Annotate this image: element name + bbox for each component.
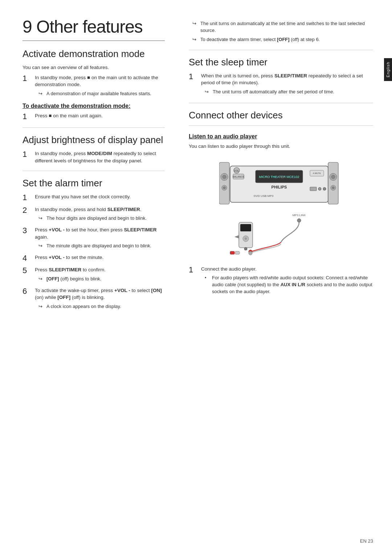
step-item: 1 Ensure that you have set the clock cor… [23, 193, 165, 202]
arrow-bullet: ↪ A demonstration of major available fea… [38, 90, 165, 97]
arrow-bullet: ↪ [OFF] (off) begins to blink. [38, 276, 165, 283]
arrow-icon: ↪ [38, 90, 45, 97]
dot-bullet: • For audio players with red/white audio… [205, 275, 373, 295]
chapter-heading: 9 Other features [23, 17, 165, 37]
svg-point-18 [223, 187, 225, 189]
connect-devices-heading: Connect other devices [189, 110, 373, 121]
arrow-text: The unit turns on automatically at the s… [200, 20, 373, 34]
section-adjust-brightness: Adjust brightness of display panel 1 In … [23, 134, 165, 164]
section-divider [189, 103, 373, 103]
arrow-text: The hour digits are displayed and begin … [46, 215, 165, 222]
step-number: 1 [23, 150, 33, 159]
chapter-number: 9 [23, 17, 32, 36]
step-content: Ensure that you have set the clock corre… [35, 193, 165, 200]
svg-rect-34 [230, 251, 234, 254]
arrow-icon: ↪ [38, 243, 45, 250]
svg-point-16 [222, 175, 226, 179]
step-item: 5 Press SLEEP/TIMER to confirm. ↪ [OFF] … [23, 266, 165, 283]
arrow-bullet: ↪ The hour digits are displayed and begi… [38, 215, 165, 222]
connect-divider [189, 125, 373, 126]
section-divider [23, 127, 165, 128]
svg-text:MICRO THEATER MCE102: MICRO THEATER MCE102 [259, 175, 299, 179]
arrow-icon: ↪ [38, 276, 45, 283]
svg-point-21 [331, 175, 335, 179]
arrow-bullet: ↪ The unit turns off automatically after… [205, 89, 373, 96]
sleep-timer-steps: 1 When the unit is turned on, press SLEE… [189, 72, 373, 96]
step-item: 2 In standby mode, press and hold SLEEP/… [23, 206, 165, 223]
svg-text:MP3 LINK: MP3 LINK [293, 214, 306, 217]
arrow-bullet: ↪ To deactivate the alarm timer, select … [192, 36, 373, 43]
svg-point-12 [318, 187, 321, 190]
svg-point-31 [245, 238, 247, 240]
svg-point-33 [244, 247, 247, 250]
svg-text:BALANCE: BALANCE [233, 175, 245, 178]
step-item: 3 Press +VOL - to set the hour, then pre… [23, 226, 165, 250]
sleep-timer-heading: Set the sleep timer [189, 57, 373, 68]
arrow-icon: ↪ [192, 36, 199, 43]
section3-steps: 1 Ensure that you have set the clock cor… [23, 193, 165, 311]
section-activate-demo: Activate demonstration mode You can see … [23, 48, 165, 121]
step-number: 5 [23, 266, 33, 275]
svg-text:PHILIPS: PHILIPS [271, 185, 287, 189]
arrow-text: A clock icon appears on the display. [46, 303, 165, 310]
step-number: 3 [23, 226, 33, 235]
step-item: 6 To activate the wake-up timer, press +… [23, 287, 165, 311]
step-number: 1 [189, 266, 199, 274]
section1-intro: You can see an overview of all features. [23, 64, 165, 71]
bullet-text: For audio players with red/white audio o… [212, 275, 373, 295]
left-column: 9 Other features Activate demonstration … [0, 17, 178, 538]
bullet-icon: • [205, 275, 211, 281]
section-divider [189, 50, 373, 50]
step-item: 1 When the unit is turned on, press SLEE… [189, 72, 373, 96]
step-content: Press ■ on the main unit again. [35, 112, 165, 119]
arrow-icon: ↪ [38, 303, 45, 310]
svg-text:A  MUTE: A MUTE [313, 172, 321, 174]
page: English 9 Other features Activate demons… [0, 0, 392, 555]
arrow-bullet: ↪ The unit turns on automatically at the… [192, 20, 373, 34]
section-sleep-timer: Set the sleep timer 1 When the unit is t… [189, 57, 373, 96]
svg-point-27 [249, 251, 252, 255]
step-content: When the unit is turned on, press SLEEP/… [201, 72, 373, 96]
section1-steps: 1 In standby mode, press ■ on the main u… [23, 74, 165, 98]
arrow-text: [OFF] (off) begins to blink. [46, 276, 165, 283]
section1-subsection-heading: To deactivate the demonstration mode: [23, 102, 165, 110]
arrow-icon: ↪ [192, 20, 199, 27]
arrow-text: A demonstration of major available featu… [46, 90, 165, 97]
step-content: In standby mode, press and hold SLEEP/TI… [35, 206, 165, 223]
section3-heading: Set the alarm timer [23, 178, 165, 189]
step-content: In standby mode, press ■ on the main uni… [35, 74, 165, 98]
arrow-bullet: ↪ The minute digits are displayed and be… [38, 243, 165, 250]
svg-rect-19 [328, 162, 338, 204]
step-content: Press +VOL - to set the minute. [35, 254, 165, 261]
svg-point-13 [323, 187, 326, 190]
svg-text:DVD  USB  MP3: DVD USB MP3 [254, 194, 274, 198]
alarm-continuation: ↪ The unit turns on automatically at the… [189, 20, 373, 43]
svg-point-25 [297, 219, 301, 222]
step-number: 1 [23, 112, 33, 121]
step-item: 1 Press ■ on the main unit again. [23, 112, 165, 121]
arrow-text: The unit turns off automatically after t… [213, 89, 373, 96]
device-illustration: MICRO THEATER MCE102 PHILIPS BALANCE VOL… [189, 155, 373, 260]
connect-intro: You can listen to audio player through t… [189, 143, 373, 150]
step-item: 1 In standby mode, press MODE/DIM repeat… [23, 150, 165, 164]
language-tab: English [384, 58, 392, 81]
svg-text:VOL: VOL [234, 170, 239, 172]
step-content: In standby mode, press MODE/DIM repeated… [35, 150, 165, 164]
step-content: Press +VOL - to set the hour, then press… [35, 226, 165, 250]
step-number: 6 [23, 287, 33, 296]
svg-rect-11 [310, 187, 317, 191]
svg-rect-14 [219, 162, 229, 204]
svg-marker-32 [234, 235, 239, 239]
step-content: Connect the audio player. • For audio pl… [201, 266, 373, 296]
arrow-bullet: ↪ A clock icon appears on the display. [38, 303, 165, 310]
section2-steps: 1 In standby mode, press MODE/DIM repeat… [23, 150, 165, 164]
arrow-icon: ↪ [38, 215, 45, 222]
step-number: 1 [23, 193, 33, 202]
section-connect-devices: Connect other devices Listen to an audio… [189, 110, 373, 296]
section-alarm-timer: Set the alarm timer 1 Ensure that you ha… [23, 178, 165, 311]
step-number: 1 [189, 72, 199, 81]
step-content: To activate the wake-up timer, press +VO… [35, 287, 165, 311]
section-divider [23, 171, 165, 171]
step-number: 2 [23, 206, 33, 215]
step-number: 1 [23, 74, 33, 83]
